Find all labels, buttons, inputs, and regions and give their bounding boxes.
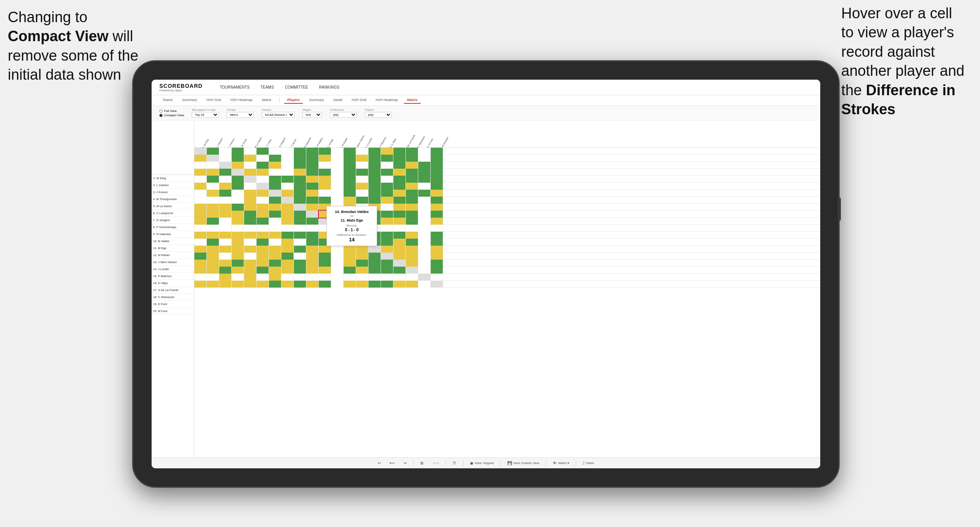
tab-detail[interactable]: Detail [330,97,346,104]
cell-19-1[interactable] [194,274,207,281]
cell-9-6[interactable] [257,204,269,211]
cell-3-1[interactable] [194,162,207,169]
cell-20-4[interactable] [232,281,244,288]
cell-17-2[interactable] [207,260,219,267]
cell-11-1[interactable] [194,218,207,225]
cell-20-9[interactable] [294,281,306,288]
cell-4-7[interactable] [269,169,281,176]
cell-9-19[interactable] [418,204,431,211]
cell-5-17[interactable] [393,176,406,183]
cell-10-20[interactable] [431,211,443,218]
radio-full-view[interactable]: Full View [159,109,184,113]
cell-10-3[interactable] [219,211,232,218]
cell-19-14[interactable] [356,274,369,281]
cell-13-19[interactable] [418,232,431,239]
cell-18-1[interactable] [194,267,207,274]
cell-5-4[interactable] [232,176,244,183]
cell-20-13[interactable] [344,281,356,288]
cell-14-6[interactable] [257,239,269,246]
cell-17-4[interactable] [232,260,244,267]
cell-6-2[interactable] [207,183,219,190]
cell-4-11[interactable] [319,169,331,176]
cell-20-8[interactable] [281,281,294,288]
cell-12-5[interactable] [244,225,257,232]
tab-h2h-heatmap1[interactable]: H2H Heatmap [227,97,256,104]
cell-2-10[interactable] [306,155,319,162]
cell-10-2[interactable] [207,211,219,218]
cell-6-11[interactable] [319,183,331,190]
cell-2-8[interactable] [281,155,294,162]
cell-11-16[interactable] [381,218,393,225]
cell-20-11[interactable] [319,281,331,288]
nav-rankings[interactable]: RANKINGS [318,84,341,90]
cell-11-18[interactable] [406,218,418,225]
cell-5-5[interactable] [244,176,257,183]
redo-button[interactable]: ↪ [402,460,409,466]
cell-7-3[interactable] [219,190,232,197]
cell-5-1[interactable] [194,176,207,183]
cell-18-16[interactable] [381,267,393,274]
nav-teams[interactable]: TEAMS [259,84,275,90]
cell-18-11[interactable] [319,267,331,274]
cell-5-3[interactable] [219,176,232,183]
cell-11-5[interactable] [244,218,257,225]
gender-select[interactable]: Men's [227,112,254,118]
cell-18-2[interactable] [207,267,219,274]
cell-3-17[interactable] [393,162,406,169]
cell-17-7[interactable] [269,260,281,267]
cell-16-11[interactable] [319,253,331,260]
cell-16-1[interactable] [194,253,207,260]
cell-7-18[interactable] [406,190,418,197]
cell-8-2[interactable] [207,197,219,204]
cell-3-2[interactable] [207,162,219,169]
cell-15-18[interactable] [406,246,418,253]
cell-8-4[interactable] [232,197,244,204]
cell-16-18[interactable] [406,253,418,260]
cell-10-16[interactable] [381,211,393,218]
cell-1-11[interactable] [319,148,331,155]
cell-18-6[interactable] [257,267,269,274]
cell-16-7[interactable] [269,253,281,260]
cell-7-13[interactable] [344,190,356,197]
cell-1-14[interactable] [356,148,369,155]
cell-5-20[interactable] [431,176,443,183]
cell-13-9[interactable] [294,232,306,239]
cell-14-10[interactable] [306,239,319,246]
cell-17-8[interactable] [281,260,294,267]
cell-17-14[interactable] [356,260,369,267]
nav-tournaments[interactable]: TOURNAMENTS [218,84,251,90]
cell-15-9[interactable] [294,246,306,253]
cell-7-2[interactable] [207,190,219,197]
cell-9-2[interactable] [207,204,219,211]
cell-2-15[interactable] [369,155,381,162]
cell-4-5[interactable] [244,169,257,176]
cell-3-6[interactable] [257,162,269,169]
tab-matrix2[interactable]: Matrix [404,97,421,104]
cell-17-13[interactable] [344,260,356,267]
cell-15-14[interactable] [356,246,369,253]
cell-14-16[interactable] [381,239,393,246]
cell-9-4[interactable] [232,204,244,211]
cell-11-10[interactable] [306,218,319,225]
cell-13-7[interactable] [269,232,281,239]
cell-7-11[interactable] [319,190,331,197]
cell-12-3[interactable] [219,225,232,232]
max-players-select[interactable]: Top 25 [192,112,219,118]
cell-8-18[interactable] [406,197,418,204]
cell-4-17[interactable] [393,169,406,176]
cell-8-16[interactable] [381,197,393,204]
cell-11-20[interactable] [431,218,443,225]
cell-14-4[interactable] [232,239,244,246]
cell-17-11[interactable] [319,260,331,267]
cell-16-5[interactable] [244,253,257,260]
cell-6-15[interactable] [369,183,381,190]
cell-7-4[interactable] [232,190,244,197]
cell-19-19[interactable] [418,274,431,281]
cell-5-9[interactable] [294,176,306,183]
cell-8-17[interactable] [393,197,406,204]
cell-2-1[interactable] [194,155,207,162]
cell-18-4[interactable] [232,267,244,274]
view-original-button[interactable]: ◉ View: Original [468,460,496,466]
cell-14-20[interactable] [431,239,443,246]
cell-2-5[interactable] [244,155,257,162]
